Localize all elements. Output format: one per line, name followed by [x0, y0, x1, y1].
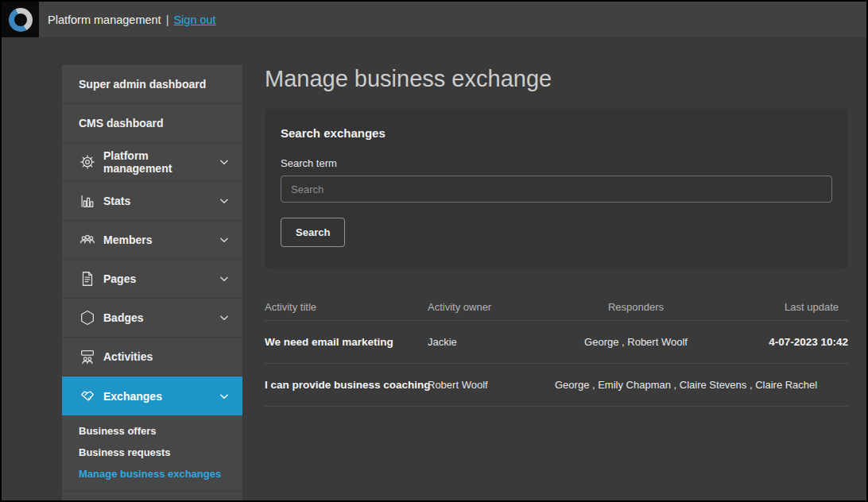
handshake-icon	[79, 388, 96, 405]
header-activity-owner: Activity owner	[428, 301, 555, 313]
cell-last-update: 4-07-2023 10:42	[817, 379, 868, 391]
cell-activity-title: I can provide business coaching	[265, 379, 428, 391]
sidebar-item-stats[interactable]: Stats	[62, 182, 242, 221]
cell-activity-owner: Jackie	[428, 336, 555, 348]
table-row[interactable]: I can provide business coaching Robert W…	[265, 364, 848, 407]
sidebar: Super admin dashboard CMS dashboard Plat…	[62, 65, 242, 500]
search-button[interactable]: Search	[281, 218, 345, 247]
sidebar-item-challenges[interactable]: Challenges	[62, 492, 242, 502]
table-row[interactable]: We need email marketing Jackie George , …	[265, 321, 848, 364]
booth-people-icon	[79, 348, 96, 365]
cell-responders: George , Emily Chapman , Claire Stevens …	[555, 379, 817, 391]
header-responders: Responders	[555, 301, 717, 313]
header-last-update: Last update	[717, 301, 848, 313]
document-icon	[79, 270, 96, 288]
table-header: Activity title Activity owner Responders…	[265, 301, 848, 321]
hexagon-icon	[79, 309, 96, 326]
bar-chart-icon	[79, 192, 96, 210]
chevron-down-icon	[219, 391, 230, 402]
sidebar-subitem-business-requests[interactable]: Business requests	[62, 442, 242, 463]
topbar-separator: |	[166, 14, 169, 26]
search-input[interactable]	[281, 176, 832, 203]
chevron-down-icon	[219, 312, 230, 323]
sidebar-subitem-manage-business-exchanges[interactable]: Manage business exchanges	[62, 463, 242, 485]
chevron-down-icon	[219, 195, 230, 207]
cell-activity-owner: Robert Woolf	[428, 379, 555, 391]
people-icon	[79, 231, 96, 249]
chevron-down-icon	[219, 156, 230, 168]
main-content: Manage business exchange Search exchange…	[265, 64, 850, 407]
sidebar-item-pages[interactable]: Pages	[62, 260, 242, 299]
search-term-label: Search term	[281, 157, 832, 169]
sidebar-item-badges[interactable]: Badges	[62, 299, 242, 338]
exchanges-submenu: Business offers Business requests Manage…	[62, 415, 242, 492]
cell-last-update: 4-07-2023 10:42	[717, 336, 848, 348]
gear-icon	[79, 153, 96, 171]
exchanges-table: Activity title Activity owner Responders…	[265, 301, 848, 407]
search-panel-title: Search exchanges	[281, 126, 832, 140]
sign-out-link[interactable]: Sign out	[173, 14, 215, 26]
sidebar-item-cms-dashboard[interactable]: CMS dashboard	[62, 104, 242, 143]
cell-responders: George , Robert Woolf	[555, 336, 717, 348]
chevron-down-icon	[219, 234, 230, 245]
app-logo[interactable]	[2, 2, 39, 37]
sidebar-item-super-admin-dashboard[interactable]: Super admin dashboard	[62, 65, 242, 104]
ring-logo-icon	[9, 8, 33, 32]
chevron-down-icon	[219, 273, 230, 284]
topbar: Platform management | Sign out	[2, 2, 866, 37]
sidebar-item-platform-management[interactable]: Platform management	[62, 143, 242, 182]
cell-activity-title: We need email marketing	[265, 336, 428, 348]
search-panel: Search exchanges Search term Search	[265, 109, 848, 268]
sidebar-item-exchanges[interactable]: Exchanges	[62, 376, 242, 415]
sidebar-item-activities[interactable]: Activities	[62, 338, 242, 376]
topbar-title: Platform management	[48, 14, 161, 26]
header-activity-title: Activity title	[265, 301, 428, 313]
app-window: Platform management | Sign out Super adm…	[0, 0, 868, 502]
sidebar-item-members[interactable]: Members	[62, 221, 242, 260]
page-title: Manage business exchange	[265, 64, 850, 94]
sidebar-subitem-business-offers[interactable]: Business offers	[62, 420, 242, 442]
